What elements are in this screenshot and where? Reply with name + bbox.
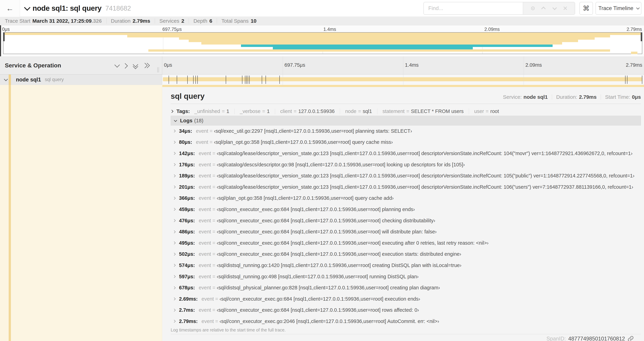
- prev-result-icon[interactable]: [542, 7, 546, 10]
- expand-one-icon[interactable]: [122, 63, 128, 69]
- log-row[interactable]: 678μs:event=‹sql/distsql_physical_planne…: [171, 282, 641, 293]
- collapse-children-icon[interactable]: [4, 77, 8, 81]
- log-event-value: ‹sql/catalog/lease/descriptor_version_st…: [217, 173, 634, 179]
- expand-all-icon[interactable]: [143, 63, 148, 68]
- find-input[interactable]: [424, 2, 523, 14]
- minimap-left-scrubber[interactable]: [3, 33, 5, 41]
- tag-equals: =: [358, 109, 361, 114]
- log-tick-marker: [242, 76, 242, 84]
- span-name-cell[interactable]: node sql1 sql query: [0, 75, 162, 85]
- service-value: node sql1: [524, 94, 548, 100]
- log-row[interactable]: 80μs:event=‹sql/plan_opt.go:358 [nsql1,c…: [171, 137, 641, 148]
- log-equals: =: [212, 207, 215, 212]
- command-icon: ⌘: [583, 4, 590, 12]
- tag-pill[interactable]: _unfinished=1: [194, 109, 234, 114]
- log-event-value: ‹sql/conn_executor_exec.go:684 [nsql1,cl…: [217, 207, 415, 212]
- log-row[interactable]: 34μs:event=‹sql/exec_util.go:2297 [nsql1…: [171, 125, 641, 137]
- arrow-left-icon: ←: [6, 5, 14, 12]
- log-tick-marker: [248, 76, 248, 84]
- span-detail-left-gutter: [0, 85, 162, 341]
- log-row[interactable]: 495μs:event=‹sql/conn_executor_exec.go:6…: [171, 237, 641, 249]
- log-row[interactable]: 366μs:event=‹sql/plan_opt.go:358 [nsql1,…: [171, 193, 641, 204]
- log-event-key: event: [199, 151, 211, 156]
- collapse-all-icon[interactable]: [132, 63, 138, 68]
- minimap-canvas[interactable]: [3, 32, 642, 54]
- tags-row[interactable]: Tags: _unfinished=1_verbose=1client=127.…: [171, 107, 641, 115]
- tag-pill[interactable]: user=root: [474, 109, 504, 114]
- find-tools: ✕: [523, 2, 575, 14]
- view-selector-label: Trace Timeline: [598, 5, 633, 12]
- log-row[interactable]: 142μs:event=‹sql/catalog/lease/descripto…: [171, 148, 641, 159]
- minimap-right-scrubber[interactable]: [641, 33, 642, 41]
- log-timestamp: 495μs:: [179, 240, 195, 246]
- span-color-accent: [9, 85, 11, 341]
- timeline-ruler-tick: 1.4ms: [405, 62, 418, 68]
- log-equals: =: [212, 184, 215, 190]
- total-spans-value: 10: [251, 18, 256, 24]
- log-timestamp: 476μs:: [179, 218, 195, 223]
- log-row[interactable]: 597μs:event=‹sql/distsql_running.go:498 …: [171, 271, 641, 282]
- log-event-value: ‹sql/conn_executor_exec.go:684 [nsql1,cl…: [217, 307, 419, 313]
- log-row[interactable]: 2.69ms:event=‹sql/conn_executor_exec.go:…: [171, 293, 641, 305]
- link-icon[interactable]: [628, 335, 634, 341]
- trace-start-label: Trace Start: [5, 18, 30, 24]
- log-event-key: event: [199, 251, 211, 257]
- tag-equals: =: [294, 109, 296, 114]
- tag-key: client: [280, 109, 292, 114]
- next-result-icon[interactable]: [552, 7, 556, 10]
- chevron-down-icon[interactable]: [24, 4, 30, 11]
- log-event-value: ‹sql/catalog/lease/descriptor_version_st…: [217, 184, 633, 190]
- locate-icon[interactable]: [530, 6, 536, 11]
- collapse-one-icon[interactable]: [114, 62, 120, 67]
- log-equals: =: [215, 296, 218, 302]
- logs-label: Logs: [180, 118, 192, 124]
- chevron-right-icon: [173, 130, 176, 133]
- service-label: Service:: [503, 94, 522, 100]
- log-row[interactable]: 486μs:event=‹sql/conn_executor_exec.go:6…: [171, 226, 641, 237]
- log-timestamp: 366μs:: [179, 195, 195, 201]
- trace-view-selector[interactable]: Trace Timeline: [596, 2, 642, 15]
- chevron-right-icon: [173, 241, 176, 244]
- log-row[interactable]: 502μs:event=‹sql/conn_executor_exec.go:6…: [171, 249, 641, 260]
- clear-search-icon[interactable]: ✕: [563, 5, 568, 12]
- tag-pill[interactable]: _verbose=1: [240, 109, 275, 114]
- log-tick-marker: [262, 76, 262, 84]
- log-row[interactable]: 2.7ms:event=‹sql/conn_executor_exec.go:6…: [171, 305, 641, 316]
- log-event-value: ‹sql/conn_executor_exec.go:684 [nsql1,cl…: [217, 229, 436, 235]
- log-row[interactable]: 574μs:event=‹sql/distsql_running.go:1420…: [171, 260, 641, 271]
- logs-accordion-header[interactable]: Logs (18): [171, 116, 641, 125]
- tag-pill[interactable]: client=127.0.0.1:59936: [280, 109, 340, 114]
- span-id-label: SpanID:: [546, 336, 566, 341]
- tag-pill[interactable]: statement=SELECT * FROM users: [382, 109, 469, 114]
- start-time-value: 0μs: [632, 94, 641, 100]
- log-event-value: ‹sql/catalog/descs/descriptor.go:98 [nsq…: [217, 162, 465, 168]
- span-row[interactable]: node sql1 sql query: [0, 75, 644, 85]
- tag-pill[interactable]: node=sql1: [345, 109, 378, 114]
- log-tick-marker: [197, 76, 198, 84]
- logs-list: 34μs:event=‹sql/exec_util.go:2297 [nsql1…: [171, 125, 641, 327]
- keyboard-shortcuts-button[interactable]: ⌘: [580, 2, 593, 15]
- log-event-value: ‹sql/conn_executor_exec.go:684 [nsql1,cl…: [220, 296, 420, 302]
- chevron-right-icon: [173, 152, 176, 155]
- divider: [217, 18, 217, 24]
- logs-count: (18): [194, 118, 204, 124]
- back-button[interactable]: ←: [0, 0, 20, 17]
- chevron-right-icon: [173, 186, 176, 189]
- column-resizer[interactable]: [157, 67, 159, 72]
- log-row[interactable]: 476μs:event=‹sql/conn_executor_exec.go:6…: [171, 215, 641, 226]
- trace-summary-bar: Trace Start March 31 2022, 17:25:09 .326…: [0, 17, 644, 25]
- minimap-ruler-tick: 1.4ms: [324, 27, 336, 32]
- tag-value: SELECT * FROM users: [411, 109, 464, 114]
- find-box: ✕: [424, 2, 575, 15]
- log-row[interactable]: 189μs:event=‹sql/catalog/lease/descripto…: [171, 170, 641, 181]
- minimap-span-bar: [148, 49, 610, 52]
- log-row[interactable]: 2.79ms:event=‹sql/conn_executor_exec.go:…: [171, 316, 641, 327]
- span-service-name: node sql1: [16, 77, 41, 83]
- log-row[interactable]: 459μs:event=‹sql/conn_executor_exec.go:6…: [171, 204, 641, 215]
- chevron-right-icon: [173, 219, 176, 222]
- log-row[interactable]: 176μs:event=‹sql/catalog/descs/descripto…: [171, 159, 641, 170]
- log-row[interactable]: 201μs:event=‹sql/catalog/lease/descripto…: [171, 181, 641, 193]
- timeline-ruler-tick: 0μs: [164, 62, 172, 68]
- span-duration-bar[interactable]: [163, 77, 642, 81]
- tag-equals: =: [262, 109, 265, 114]
